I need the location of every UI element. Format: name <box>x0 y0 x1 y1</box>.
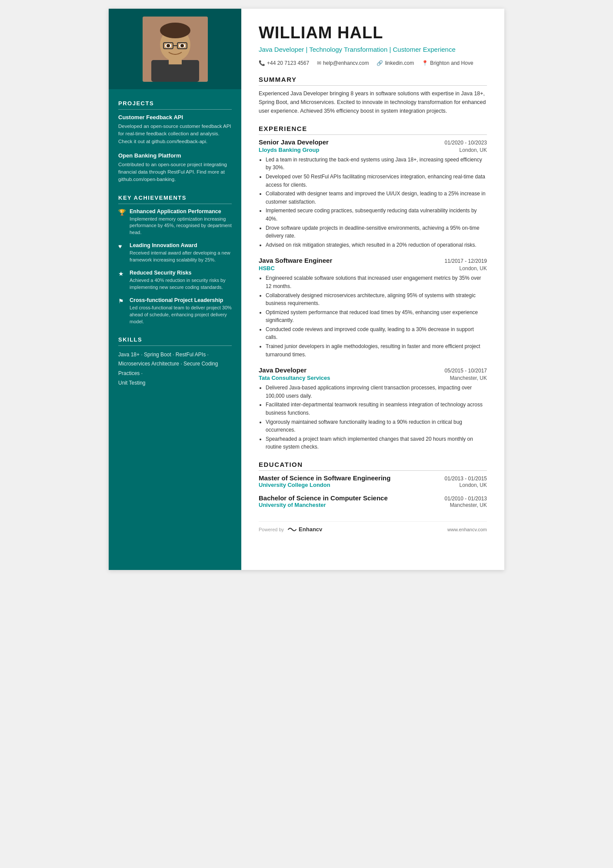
project-desc: Developed an open-source customer feedba… <box>118 123 232 145</box>
edu-header: Bachelor of Science in Computer Science … <box>259 494 487 502</box>
education-section: EDUCATION Master of Science in Software … <box>259 461 487 508</box>
exp-entry: Java Software Engineer 11/2017 - 12/2019… <box>259 257 487 359</box>
linkedin-url: linkedin.com <box>385 60 414 66</box>
edu-school-row: University of Manchester Manchester, UK <box>259 502 487 508</box>
achievement-content: Cross-functional Project Leadership Led … <box>130 297 232 325</box>
achievement-title: Cross-functional Project Leadership <box>130 297 232 303</box>
achievement-content: Leading Innovation Award Received intern… <box>130 242 232 264</box>
contact-row: 📞 +44 20 7123 4567 ✉ help@enhancv.com 🔗 … <box>259 60 487 66</box>
linkedin-contact: 🔗 linkedin.com <box>376 60 414 66</box>
phone-number: +44 20 7123 4567 <box>267 60 309 66</box>
project-title: Open Banking Platform <box>118 152 232 159</box>
project-item: Customer Feedback API Developed an open-… <box>118 114 232 145</box>
resume-header: WILLIAM HALL Java Developer | Technology… <box>259 24 487 66</box>
skill-item: Microservices Architecture <box>118 361 182 367</box>
company-name: Lloyds Banking Group <box>259 147 319 153</box>
achievement-desc: Led cross-functional team to deliver pro… <box>130 305 232 325</box>
achievement-item: ⚑ Cross-functional Project Leadership Le… <box>118 297 232 325</box>
job-location: Manchester, UK <box>450 375 487 381</box>
job-bullets: Delivered Java-based applications improv… <box>259 384 487 451</box>
linkedin-icon: 🔗 <box>376 60 383 66</box>
achievement-item: ♥ Leading Innovation Award Received inte… <box>118 242 232 264</box>
skills-list: Java 18+ Spring Boot RestFul APIsMicrose… <box>118 350 232 388</box>
achievement-content: Reduced Security Risks Achieved a 40% re… <box>130 270 232 291</box>
location-icon: 📍 <box>422 60 428 66</box>
profile-photo <box>143 17 208 82</box>
edu-dates: 01/2013 - 01/2015 <box>445 476 487 482</box>
bullet-item: Collaborated with designer teams and imp… <box>266 190 487 206</box>
exp-entry: Java Developer 05/2015 - 10/2017 Tata Co… <box>259 366 487 451</box>
education-title: EDUCATION <box>259 461 487 471</box>
edu-entry: Bachelor of Science in Computer Science … <box>259 494 487 508</box>
job-bullets: Engineered scalable software solutions t… <box>259 274 487 359</box>
bullet-item: Spearheaded a project team which impleme… <box>266 435 487 451</box>
bullet-item: Trained junior developers in agile metho… <box>266 342 487 359</box>
job-title: Java Software Engineer <box>259 257 332 264</box>
achievement-title: Leading Innovation Award <box>130 242 232 248</box>
achievement-desc: Received internal award after developing… <box>130 250 232 264</box>
edu-location: Manchester, UK <box>450 502 487 508</box>
sidebar: PROJECTS Customer Feedback API Developed… <box>109 9 241 570</box>
skills-section: SKILLS Java 18+ Spring Boot RestFul APIs… <box>118 336 232 388</box>
summary-section: SUMMARY Experienced Java Developer bring… <box>259 76 487 115</box>
achievement-desc: Implemented memory optimization increasi… <box>130 216 232 237</box>
bullet-item: Delivered Java-based applications improv… <box>266 384 487 400</box>
job-location: London, UK <box>460 147 487 153</box>
phone-icon: 📞 <box>259 60 265 66</box>
bullet-item: Drove software update projects in deadli… <box>266 224 487 240</box>
project-item: Open Banking Platform Contributed to an … <box>118 152 232 184</box>
experience-section: EXPERIENCE Senior Java Developer 01/2020… <box>259 125 487 451</box>
bullet-item: Optimized system performance that reduce… <box>266 308 487 325</box>
exp-company-row: HSBC London, UK <box>259 265 487 271</box>
experience-title: EXPERIENCE <box>259 125 487 135</box>
company-name: HSBC <box>259 265 275 271</box>
skill-line: Java 18+ Spring Boot RestFul APIs <box>118 350 232 360</box>
edu-header: Master of Science in Software Engineerin… <box>259 474 487 482</box>
achievement-item: 🏆 Enhanced Application Performance Imple… <box>118 208 232 237</box>
photo-section <box>109 9 241 89</box>
brand-name: Enhancv <box>299 526 322 533</box>
achievement-desc: Achieved a 40% reduction in security ris… <box>130 277 232 291</box>
email-address: help@enhancv.com <box>323 60 369 66</box>
achievement-icon: ★ <box>118 270 126 291</box>
skill-item: Java 18+ <box>118 352 143 358</box>
skill-line: Microservices Architecture Secure Coding… <box>118 359 232 378</box>
bullet-item: Vigorously maintained software functiona… <box>266 418 487 434</box>
achievement-title: Enhanced Application Performance <box>130 208 232 214</box>
location-contact: 📍 Brighton and Hove <box>422 60 473 66</box>
bullet-item: Engineered scalable software solutions t… <box>266 274 487 290</box>
job-title: Java Developer <box>259 366 306 374</box>
bullet-item: Conducted code reviews and improved code… <box>266 325 487 342</box>
skill-item: Unit Testing <box>118 380 145 386</box>
candidate-title: Java Developer | Technology Transformati… <box>259 45 487 54</box>
achievement-icon: ⚑ <box>118 298 126 325</box>
edu-school-row: University College London London, UK <box>259 482 487 488</box>
footer-left: Powered by Enhancv <box>259 526 322 533</box>
svg-point-11 <box>180 44 184 47</box>
job-dates: 11/2017 - 12/2019 <box>445 258 487 264</box>
exp-company-row: Lloyds Banking Group London, UK <box>259 147 487 153</box>
bullet-item: Developed over 50 RestFul APIs facilitat… <box>266 173 487 189</box>
sidebar-content: PROJECTS Customer Feedback API Developed… <box>109 89 241 409</box>
projects-section: PROJECTS Customer Feedback API Developed… <box>118 100 232 184</box>
company-name: Tata Consultancy Services <box>259 375 330 381</box>
achievement-icon: ♥ <box>118 243 126 264</box>
job-dates: 01/2020 - 10/2023 <box>445 140 487 146</box>
projects-list: Customer Feedback API Developed an open-… <box>118 114 232 184</box>
resume-container: PROJECTS Customer Feedback API Developed… <box>109 9 504 570</box>
bullet-item: Advised on risk mitigation strategies, w… <box>266 241 487 249</box>
project-title: Customer Feedback API <box>118 114 232 121</box>
bullet-item: Led a team in restructuring the back-end… <box>266 156 487 172</box>
main-content: WILLIAM HALL Java Developer | Technology… <box>241 9 504 570</box>
job-bullets: Led a team in restructuring the back-end… <box>259 156 487 249</box>
degree-title: Bachelor of Science in Computer Science <box>259 494 388 502</box>
skill-item: RestFul APIs <box>176 352 209 358</box>
edu-dates: 01/2010 - 01/2013 <box>445 496 487 502</box>
projects-title: PROJECTS <box>118 100 232 110</box>
bullet-item: Implemented secure coding practices, sub… <box>266 207 487 223</box>
exp-header: Java Software Engineer 11/2017 - 12/2019 <box>259 257 487 264</box>
location-text: Brighton and Hove <box>430 60 473 66</box>
skill-item: Spring Boot <box>144 352 174 358</box>
achievements-list: 🏆 Enhanced Application Performance Imple… <box>118 208 232 325</box>
exp-entry: Senior Java Developer 01/2020 - 10/2023 … <box>259 138 487 249</box>
